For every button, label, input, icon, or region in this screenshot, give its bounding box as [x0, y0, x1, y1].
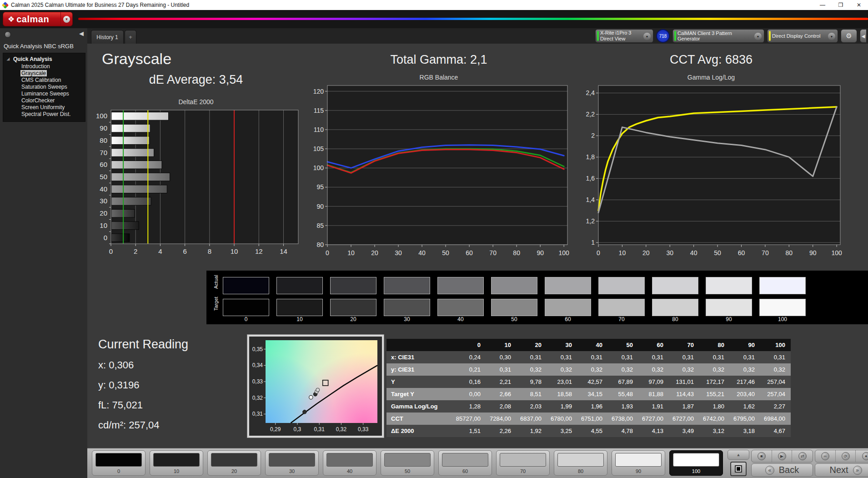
table-row: Gamma Log/Log1,282,082,031,991,961,931,9…	[386, 400, 791, 413]
pattern-bar-expand-button[interactable]: ▲	[728, 450, 749, 460]
close-button[interactable]: ✕	[850, 0, 868, 10]
next-button[interactable]: Next »	[815, 463, 868, 477]
sidebar-item-saturation-sweeps[interactable]: Saturation Sweeps	[3, 84, 85, 91]
svg-text:100: 100	[96, 112, 107, 120]
sidebar-item-screen-uniformity[interactable]: Screen Uniformity	[3, 104, 85, 111]
actual-swatch-90	[706, 277, 752, 294]
tab-history-1[interactable]: History 1	[91, 30, 124, 44]
table-cell: 0,32	[760, 363, 791, 376]
pattern-level-button-80[interactable]: 80	[554, 450, 607, 476]
table-cell: 1,62	[730, 400, 760, 413]
table-cell: 6738,00	[608, 413, 638, 425]
settings-button[interactable]: ⚙	[841, 29, 857, 43]
table-row-label: ΔE 2000	[386, 425, 456, 437]
play-button[interactable]: ▶	[772, 450, 793, 462]
refresh-button[interactable]: ⟳	[836, 450, 856, 462]
table-corner-cell	[386, 339, 456, 351]
svg-text:40: 40	[418, 249, 426, 257]
table-cell: 81,88	[638, 388, 669, 400]
sidebar-item-cms-calibration[interactable]: CMS Calibration	[3, 77, 85, 84]
sidebar-item-colorchecker[interactable]: ColorChecker	[3, 97, 85, 104]
infinity-icon: ∞	[821, 452, 829, 460]
sidebar-item-luminance-sweeps[interactable]: Luminance Sweeps	[3, 91, 85, 97]
table-cell: 8,51	[517, 388, 547, 400]
table-cell: 2,26	[486, 425, 517, 437]
table-cell: 0,31	[760, 351, 791, 363]
pattern-bar: 0102030405060708090100 ▲ ■ ▶ ⇄ ∞ ⟳ ● « B…	[87, 448, 868, 478]
minimize-button[interactable]: —	[813, 0, 832, 10]
svg-text:100: 100	[831, 249, 842, 257]
svg-text:120: 120	[313, 88, 324, 95]
table-cell: 1,80	[699, 400, 730, 413]
table-cell: 0,32	[547, 363, 577, 376]
calman-menu-dropdown[interactable]: ▼	[60, 12, 72, 26]
strip-column-label: 90	[706, 316, 752, 322]
svg-text:10: 10	[619, 249, 626, 257]
transport-group-left: ■ ▶ ⇄	[751, 450, 813, 463]
pattern-level-button-50[interactable]: 50	[381, 450, 434, 476]
actual-swatch-10	[276, 277, 323, 294]
table-column-header: 60	[638, 339, 669, 351]
pattern-level-button-90[interactable]: 90	[612, 450, 665, 476]
svg-text:105: 105	[313, 145, 324, 152]
actual-swatch-60	[545, 277, 591, 294]
stop-button[interactable]: ■	[752, 450, 772, 462]
meter-reading-badge[interactable]: 718	[656, 29, 670, 43]
status-dot-icon[interactable]	[5, 31, 11, 38]
current-reading-title: Current Reading	[98, 337, 188, 352]
sidebar-collapse-button[interactable]: ◀	[79, 30, 84, 37]
chevron-left-icon: ◀	[862, 34, 865, 39]
pattern-level-button-70[interactable]: 70	[496, 450, 550, 476]
pattern-level-button-20[interactable]: 20	[207, 450, 261, 476]
table-cell: 67,89	[608, 376, 638, 388]
table-cell: 131,01	[669, 376, 699, 388]
pattern-generator-selector[interactable]: CalMAN Client 3 Pattern Generator ▼	[672, 29, 764, 43]
svg-text:1,8: 1,8	[586, 153, 595, 161]
tab-add-button[interactable]: +	[125, 30, 136, 44]
actual-swatch-20	[330, 277, 376, 294]
table-column-header: 80	[699, 339, 730, 351]
strip-column-label: 20	[330, 316, 376, 322]
table-cell: 1,93	[608, 400, 638, 413]
tree-root-quick-analysis[interactable]: ◢ Quick Analysis	[3, 55, 85, 63]
calman-logo-icon: ❖	[8, 15, 15, 24]
pattern-level-button-100[interactable]: 100	[669, 450, 723, 476]
restore-button[interactable]: ❐	[832, 0, 850, 10]
table-column-header: 40	[577, 339, 608, 351]
meter-selector[interactable]: X-Rite i1Pro 3 Direct View ▼	[595, 29, 653, 43]
rgb-balance-chart-title: RGB Balance	[305, 74, 573, 81]
window-title: Calman 2025 Calman Ultimate for Business…	[11, 2, 189, 8]
de-average-value: dE Average: 3,54	[87, 73, 305, 87]
svg-text:0,33: 0,33	[358, 426, 369, 433]
pattern-level-button-0[interactable]: 0	[92, 450, 146, 476]
sidebar-item-spectral-power-dist-[interactable]: Spectral Power Dist.	[3, 111, 85, 118]
pattern-level-label: 60	[439, 468, 492, 474]
svg-text:2: 2	[591, 132, 595, 139]
pattern-level-button-10[interactable]: 10	[150, 450, 203, 476]
table-row: x: CIE310,240,300,310,310,310,310,310,31…	[386, 351, 791, 363]
strip-column-label: 10	[276, 316, 323, 322]
svg-text:60: 60	[466, 249, 473, 257]
measure-button[interactable]: ●	[856, 450, 868, 462]
back-button[interactable]: « Back	[751, 463, 813, 477]
sidebar-item-introduction[interactable]: Introduction	[3, 63, 85, 70]
step-button[interactable]: ⇄	[792, 450, 813, 462]
pattern-level-label: 100	[670, 468, 722, 474]
table-cell: 97,09	[638, 376, 669, 388]
table-cell: 23,01	[547, 376, 577, 388]
pattern-swatch	[442, 453, 488, 467]
continuous-read-button[interactable]: ∞	[815, 450, 836, 462]
svg-text:10: 10	[231, 247, 238, 255]
pattern-level-button-60[interactable]: 60	[438, 450, 492, 476]
pattern-swatch	[326, 453, 373, 467]
panel-expand-button[interactable]: ◀	[860, 29, 866, 43]
pattern-window-button[interactable]	[730, 462, 747, 476]
display-control-selector[interactable]: Direct Display Control ▼	[767, 29, 838, 43]
table-cell: 0,31	[669, 351, 699, 363]
calman-menu-button[interactable]: ❖ calman ▼	[3, 12, 73, 26]
pattern-level-button-30[interactable]: 30	[265, 450, 319, 476]
sidebar-item-grayscale[interactable]: Grayscale	[3, 70, 85, 77]
table-cell: 257,04	[760, 376, 791, 388]
pattern-level-button-40[interactable]: 40	[323, 450, 376, 476]
table-cell: 217,46	[730, 376, 760, 388]
